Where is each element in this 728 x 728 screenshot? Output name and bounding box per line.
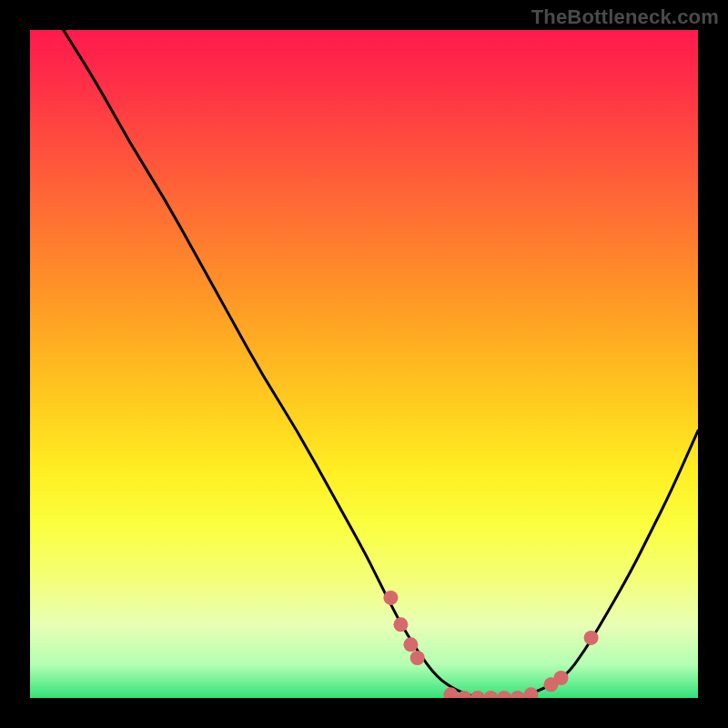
scatter-point xyxy=(410,651,425,665)
scatter-point xyxy=(484,691,499,698)
scatter-point xyxy=(497,691,511,698)
scatter-point xyxy=(584,631,599,645)
plot-area xyxy=(30,30,698,698)
scatter-markers xyxy=(383,591,598,698)
chart-frame: TheBottleneck.com xyxy=(0,0,728,728)
scatter-point xyxy=(403,637,418,652)
scatter-point xyxy=(524,687,539,698)
watermark-text: TheBottleneck.com xyxy=(531,5,719,29)
scatter-point xyxy=(554,671,569,685)
plot-svg xyxy=(30,30,698,698)
scatter-point xyxy=(383,591,398,605)
scatter-point xyxy=(393,617,408,632)
bottleneck-curve xyxy=(64,30,698,698)
scatter-point xyxy=(511,691,525,698)
scatter-point xyxy=(470,691,485,698)
